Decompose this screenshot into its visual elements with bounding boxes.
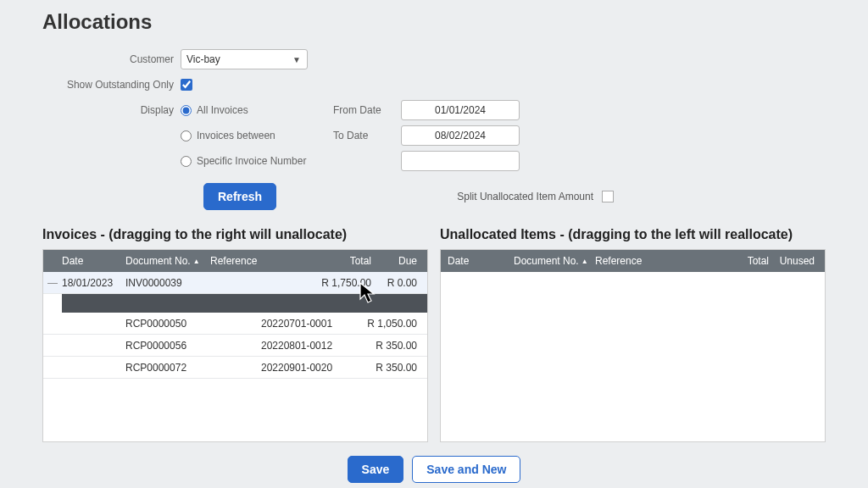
cell-due: R 0.00 bbox=[376, 277, 427, 289]
unallocated-empty-body[interactable] bbox=[441, 272, 825, 441]
cell-amount: R 350.00 bbox=[359, 340, 427, 352]
cell-total: R 1,750.00 bbox=[309, 277, 376, 289]
radio-all-invoices[interactable] bbox=[181, 105, 192, 116]
cell-document-no: RCP0000056 bbox=[125, 340, 261, 352]
save-button[interactable]: Save bbox=[348, 456, 404, 483]
split-unallocated-label: Split Unallocated Item Amount bbox=[457, 191, 593, 202]
refresh-button[interactable]: Refresh bbox=[203, 183, 276, 210]
sort-asc-icon: ▲ bbox=[193, 258, 200, 265]
show-outstanding-checkbox[interactable] bbox=[181, 79, 192, 91]
to-date-label: To Date bbox=[333, 130, 401, 141]
specific-invoice-input[interactable] bbox=[401, 151, 520, 171]
cell-reference: 20220801-0012 bbox=[261, 340, 359, 352]
customer-select[interactable]: Vic-bay bbox=[181, 49, 308, 69]
cell-reference: 20220701-0001 bbox=[261, 318, 359, 330]
unallocated-header-row: Date Document No.▲ Reference Total Unuse… bbox=[441, 250, 825, 272]
col-document-no[interactable]: Document No.▲ bbox=[125, 255, 210, 267]
radio-invoices-between[interactable] bbox=[181, 130, 192, 141]
radio-specific-label: Specific Invoice Number bbox=[197, 155, 306, 167]
drop-target-row[interactable] bbox=[62, 294, 427, 313]
collapse-icon[interactable]: — bbox=[43, 277, 62, 289]
page-title: Allocations bbox=[42, 10, 826, 34]
col-document-no[interactable]: Document No.▲ bbox=[514, 255, 595, 267]
cell-document-no: RCP0000072 bbox=[125, 362, 261, 374]
receipt-row[interactable]: RCP0000072 20220901-0020 R 350.00 bbox=[43, 357, 427, 379]
sort-asc-icon: ▲ bbox=[581, 258, 588, 265]
col-date[interactable]: Date bbox=[448, 255, 514, 267]
invoice-row[interactable]: — 18/01/2023 INV0000039 R 1,750.00 R 0.0… bbox=[43, 272, 427, 294]
cell-document-no: INV0000039 bbox=[125, 277, 210, 289]
col-date[interactable]: Date bbox=[62, 255, 125, 267]
col-due[interactable]: Due bbox=[376, 255, 427, 267]
from-date-label: From Date bbox=[333, 104, 401, 116]
invoices-panel: Invoices - (dragging to the right will u… bbox=[42, 227, 428, 442]
col-total[interactable]: Total bbox=[715, 255, 774, 267]
col-reference[interactable]: Reference bbox=[210, 255, 309, 267]
cell-document-no: RCP0000050 bbox=[125, 318, 261, 330]
from-date-input[interactable] bbox=[401, 100, 520, 120]
display-label: Display bbox=[42, 104, 181, 116]
receipt-row[interactable]: RCP0000050 20220701-0001 R 1,050.00 bbox=[43, 313, 427, 335]
save-and-new-button[interactable]: Save and New bbox=[412, 456, 520, 483]
unallocated-panel-title: Unallocated Items - (dragging to the lef… bbox=[440, 227, 826, 242]
radio-between-label: Invoices between bbox=[197, 130, 275, 141]
invoices-header-row: Date Document No.▲ Reference Total Due bbox=[43, 250, 427, 272]
receipt-row[interactable]: RCP0000056 20220801-0012 R 350.00 bbox=[43, 335, 427, 357]
show-outstanding-label: Show Outstanding Only bbox=[42, 79, 181, 91]
cell-amount: R 350.00 bbox=[359, 362, 427, 374]
customer-label: Customer bbox=[42, 53, 181, 65]
radio-specific-invoice[interactable] bbox=[181, 156, 192, 167]
col-total[interactable]: Total bbox=[309, 255, 376, 267]
cell-amount: R 1,050.00 bbox=[359, 318, 427, 330]
cell-reference: 20220901-0020 bbox=[261, 362, 359, 374]
filter-form: Customer Vic-bay ▼ Show Outstanding Only… bbox=[42, 49, 826, 171]
cell-date: 18/01/2023 bbox=[62, 277, 125, 289]
split-unallocated-checkbox[interactable] bbox=[602, 191, 614, 202]
radio-all-label: All Invoices bbox=[197, 104, 248, 116]
unallocated-panel: Unallocated Items - (dragging to the lef… bbox=[440, 227, 826, 442]
col-unused[interactable]: Unused bbox=[774, 255, 825, 267]
to-date-input[interactable] bbox=[401, 125, 520, 146]
col-reference[interactable]: Reference bbox=[595, 255, 715, 267]
invoices-panel-title: Invoices - (dragging to the right will u… bbox=[42, 227, 428, 242]
